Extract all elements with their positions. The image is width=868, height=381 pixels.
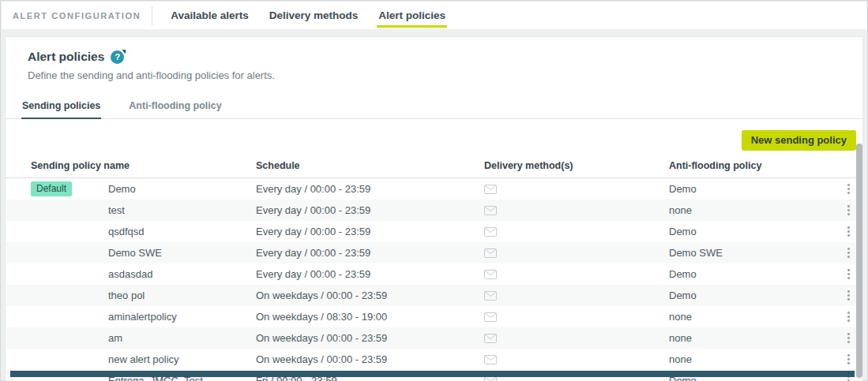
email-envelope-icon — [484, 206, 669, 215]
policy-schedule: On weekdays / 00:00 - 23:59 — [256, 353, 484, 365]
top-header: ALERT CONFIGURATION Available alerts Del… — [2, 2, 866, 29]
kebab-menu-icon[interactable] — [845, 245, 852, 260]
email-envelope-icon — [484, 355, 669, 364]
new-sending-policy-button[interactable]: New sending policy — [742, 130, 856, 151]
app-section-label: ALERT CONFIGURATION — [13, 11, 141, 21]
kebab-menu-icon[interactable] — [845, 181, 852, 196]
column-delivery-methods: Delivery method(s) — [484, 160, 669, 171]
kebab-menu-icon[interactable] — [845, 203, 852, 218]
email-envelope-icon — [484, 291, 669, 301]
policy-name: asdasdad — [108, 268, 256, 280]
sending-policies-table: Sending policy name Schedule Delivery me… — [6, 160, 862, 381]
page-header: Alert policies ? Define the sending and … — [6, 37, 862, 81]
policy-name: theo pol — [108, 289, 256, 301]
anti-flooding-policy: Demo — [669, 289, 827, 301]
email-envelope-icon — [484, 185, 669, 194]
bottom-bar — [10, 371, 855, 377]
policy-name: aminalertpolicy — [108, 311, 256, 323]
email-envelope-icon — [484, 270, 669, 279]
default-badge: Default — [31, 181, 72, 196]
policy-name: qsdfqsd — [108, 226, 256, 237]
email-envelope-icon — [484, 312, 669, 322]
policy-schedule: Every day / 00:00 - 23:59 — [256, 204, 484, 216]
email-envelope-icon — [484, 334, 669, 343]
anti-flooding-policy: none — [669, 332, 827, 344]
table-body: Default Demo Every day / 00:00 - 23:59 D… — [6, 178, 862, 381]
tab-alert-policies[interactable]: Alert policies — [377, 2, 447, 29]
toolbar: New sending policy — [6, 119, 862, 151]
policy-name: Demo SWE — [108, 247, 256, 259]
email-envelope-icon — [484, 248, 669, 258]
anti-flooding-policy: Demo — [669, 226, 827, 237]
policy-schedule: On weekdays / 00:00 - 23:59 — [256, 289, 484, 301]
table-row[interactable]: new alert policy On weekdays / 00:00 - 2… — [6, 349, 862, 370]
kebab-menu-icon[interactable] — [845, 288, 852, 303]
table-row[interactable]: am On weekdays / 00:00 - 23:59 none — [6, 327, 862, 349]
anti-flooding-policy: Demo — [669, 268, 827, 280]
subtab-anti-flooding-policy[interactable]: Anti-flooding policy — [128, 97, 222, 118]
subtab-sending-policies[interactable]: Sending policies — [21, 97, 101, 118]
subtab-bar: Sending policies Anti-flooding policy — [6, 97, 862, 119]
policy-name: test — [108, 204, 256, 216]
anti-flooding-policy: none — [669, 311, 827, 323]
kebab-menu-icon[interactable] — [845, 352, 852, 367]
table-row[interactable]: aminalertpolicy On weekdays / 08:30 - 19… — [6, 306, 862, 327]
policy-schedule: Every day / 00:00 - 23:59 — [256, 247, 484, 259]
anti-flooding-policy: none — [669, 204, 827, 216]
tab-delivery-methods[interactable]: Delivery methods — [268, 2, 360, 29]
policy-name: new alert policy — [108, 353, 256, 365]
kebab-menu-icon[interactable] — [845, 309, 852, 324]
anti-flooding-policy: Demo — [669, 183, 827, 195]
help-question-icon[interactable]: ? — [111, 50, 124, 64]
column-schedule: Schedule — [256, 160, 484, 171]
table-row[interactable]: test Every day / 00:00 - 23:59 none — [6, 200, 862, 221]
table-header-row: Sending policy name Schedule Delivery me… — [6, 160, 862, 178]
table-row[interactable]: qsdfqsd Every day / 00:00 - 23:59 Demo — [6, 221, 862, 242]
kebab-menu-icon[interactable] — [845, 331, 852, 346]
anti-flooding-policy: Demo SWE — [669, 247, 827, 259]
main-tab-bar: Available alerts Delivery methods Alert … — [160, 2, 456, 29]
policy-name: Demo — [108, 183, 256, 195]
header-divider — [152, 6, 152, 25]
page-title: Alert policies — [28, 50, 104, 64]
kebab-menu-icon[interactable] — [845, 267, 852, 282]
table-row[interactable]: Demo SWE Every day / 00:00 - 23:59 Demo … — [6, 242, 862, 263]
email-envelope-icon — [484, 227, 669, 237]
table-row[interactable]: asdasdad Every day / 00:00 - 23:59 Demo — [6, 263, 862, 285]
anti-flooding-policy: none — [669, 353, 827, 365]
column-anti-flooding-policy: Anti-flooding policy — [669, 160, 827, 171]
kebab-menu-icon[interactable] — [845, 224, 852, 239]
policy-schedule: On weekdays / 00:00 - 23:59 — [256, 332, 484, 344]
policy-schedule: Every day / 00:00 - 23:59 — [256, 226, 484, 237]
policy-schedule: Every day / 00:00 - 23:59 — [256, 183, 484, 195]
column-sending-policy-name: Sending policy name — [31, 160, 256, 171]
tab-available-alerts[interactable]: Available alerts — [169, 2, 250, 29]
content-panel: Alert policies ? Define the sending and … — [5, 36, 863, 379]
policy-name: am — [108, 332, 256, 344]
table-row[interactable]: theo pol On weekdays / 00:00 - 23:59 Dem… — [6, 285, 862, 306]
policy-schedule: Every day / 00:00 - 23:59 — [256, 268, 484, 280]
vertical-scrollbar-thumb[interactable] — [856, 144, 862, 378]
window-frame: ALERT CONFIGURATION Available alerts Del… — [0, 0, 868, 381]
page-subtitle: Define the sending and anti-flooding pol… — [28, 69, 862, 81]
table-row[interactable]: Default Demo Every day / 00:00 - 23:59 D… — [6, 178, 862, 200]
policy-schedule: On weekdays / 08:30 - 19:00 — [256, 311, 484, 323]
